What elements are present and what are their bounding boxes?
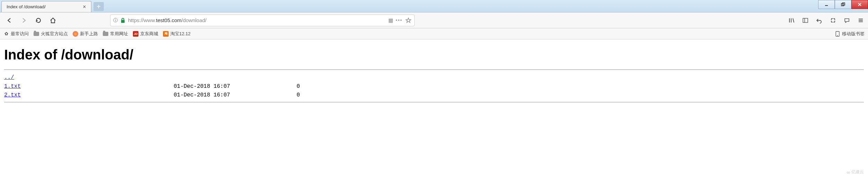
lock-icon — [120, 18, 125, 23]
bookmark-mobile[interactable]: 移动版书签 — [835, 31, 865, 37]
back-button[interactable] — [3, 15, 15, 26]
library-icon[interactable] — [788, 17, 795, 24]
file-link[interactable]: 1.txt — [4, 83, 21, 90]
undo-icon[interactable] — [815, 17, 823, 24]
gear-icon: ✿ — [3, 31, 9, 37]
url-bar[interactable]: ⓘ https://www.test05.com/download/ ▦ ••• — [110, 15, 415, 26]
close-tab-icon[interactable]: × — [81, 4, 88, 10]
taobao-icon: 淘 — [163, 31, 169, 37]
svg-line-8 — [793, 18, 794, 22]
bookmark-jd[interactable]: JD京东商城 — [133, 31, 158, 37]
qr-icon[interactable]: ▦ — [388, 17, 393, 24]
page-title: Index of /download/ — [4, 47, 864, 63]
info-icon[interactable]: ⓘ — [113, 17, 118, 24]
forward-button[interactable] — [18, 15, 30, 26]
url-text: https://www.test05.com/download/ — [128, 17, 386, 23]
jd-icon: JD — [133, 31, 138, 37]
bookmark-common-sites[interactable]: 常用网址 — [103, 31, 128, 37]
svg-point-15 — [837, 35, 838, 36]
maximize-button[interactable] — [835, 0, 851, 9]
window-controls — [818, 0, 868, 9]
directory-listing: ../ 1.txt 01-Dec-2018 16:07 0 2.txt 01-D… — [4, 73, 864, 100]
svg-rect-5 — [121, 20, 125, 23]
menu-icon[interactable] — [857, 17, 865, 24]
screenshot-icon[interactable] — [829, 17, 837, 24]
bookmark-taobao[interactable]: 淘淘宝12.12 — [163, 31, 191, 37]
bookmark-firefox-official[interactable]: 火狐官方站点 — [34, 31, 68, 37]
bookmark-star-icon[interactable] — [405, 17, 412, 24]
titlebar: Index of /download/ × + — [0, 0, 868, 12]
divider — [4, 69, 864, 70]
browser-tab[interactable]: Index of /download/ × — [1, 1, 91, 12]
divider — [4, 102, 864, 102]
bookmark-getting-started[interactable]: 新手上路 — [73, 31, 98, 37]
folder-icon — [103, 31, 108, 37]
chat-icon[interactable] — [843, 17, 851, 24]
watermark: ∞亿速云 — [847, 169, 864, 175]
reload-button[interactable] — [33, 15, 44, 26]
mobile-icon — [835, 31, 840, 37]
bookmarks-bar: ✿最常访问 火狐官方站点 新手上路 常用网址 JD京东商城 淘淘宝12.12 移… — [0, 28, 868, 39]
svg-rect-9 — [803, 18, 808, 22]
sidebar-icon[interactable] — [802, 17, 809, 24]
folder-icon — [34, 31, 39, 37]
minimize-button[interactable] — [818, 0, 835, 9]
toolbar-right — [788, 17, 865, 24]
page-actions-icon[interactable]: ••• — [396, 18, 403, 23]
file-link[interactable]: 2.txt — [4, 92, 21, 98]
home-button[interactable] — [47, 15, 59, 26]
navbar: ⓘ https://www.test05.com/download/ ▦ ••• — [0, 12, 868, 28]
page-content: Index of /download/ ../ 1.txt 01-Dec-201… — [0, 39, 868, 109]
tab-title: Index of /download/ — [7, 4, 81, 9]
close-window-button[interactable] — [851, 0, 868, 9]
file-link[interactable]: ../ — [4, 74, 14, 81]
bookmark-most-visited[interactable]: ✿最常访问 — [3, 31, 29, 37]
new-tab-button[interactable]: + — [93, 2, 104, 11]
firefox-icon — [73, 31, 78, 37]
